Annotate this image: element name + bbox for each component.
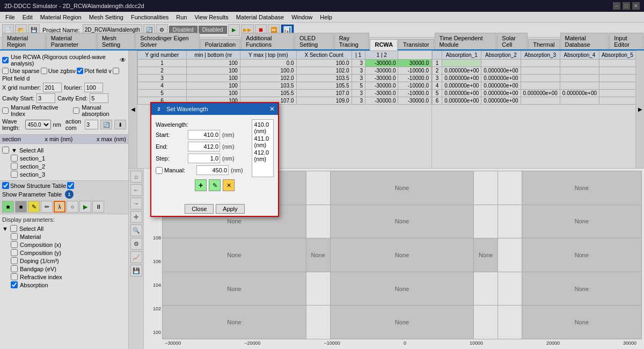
step-input[interactable] <box>188 154 220 163</box>
manual-label: Manual: <box>164 167 196 173</box>
modal-body: Wavelength: Start: (nm) End: (nm) Step: <box>151 115 278 198</box>
start-label: Start: <box>156 132 188 138</box>
step-label: Step: <box>156 155 188 162</box>
modal-badge: 2 <box>155 105 163 113</box>
modal-section: Wavelength: Start: (nm) End: (nm) Step: <box>156 119 274 177</box>
start-row: Start: (nm) <box>156 130 243 140</box>
modal-footer: Close Apply <box>151 202 278 216</box>
end-input[interactable] <box>188 142 220 151</box>
list-item-411[interactable]: 411.0 (nm) <box>253 135 272 149</box>
list-item-412[interactable]: 412.0 (nm) <box>253 149 272 163</box>
manual-unit: (nm) <box>231 167 243 173</box>
end-unit: (nm) <box>222 143 235 150</box>
set-wavelength-modal: 2 Set Wavelength ✕ Wavelength: Start: (n… <box>150 102 279 217</box>
modal-close-x-btn[interactable]: ✕ <box>269 105 275 113</box>
end-label: End: <box>156 143 188 150</box>
step-row: Step: (nm) <box>156 154 243 163</box>
manual-input[interactable] <box>196 165 229 175</box>
modal-form: Wavelength: Start: (nm) End: (nm) Step: <box>156 119 243 177</box>
wavelength-header-label: Wavelength: <box>156 121 188 128</box>
modal-close-btn[interactable]: Close <box>185 204 214 214</box>
modal-overlay: 2 Set Wavelength ✕ Wavelength: Start: (n… <box>0 0 644 349</box>
modal-delete-btn[interactable]: ✕ <box>223 179 235 191</box>
start-input[interactable] <box>188 130 220 140</box>
modal-apply-btn[interactable]: Apply <box>216 204 245 214</box>
start-unit: (nm) <box>222 132 235 138</box>
manual-checkbox[interactable] <box>156 167 163 174</box>
modal-add-btn[interactable]: + <box>195 179 207 191</box>
step-unit: (nm) <box>222 155 235 162</box>
modal-toolbar: + ✎ ✕ <box>156 179 274 191</box>
manual-row: Manual: (nm) <box>156 165 243 175</box>
modal-edit-btn[interactable]: ✎ <box>209 179 221 191</box>
modal-header: 2 Set Wavelength ✕ <box>151 103 278 115</box>
modal-title: Set Wavelength <box>166 106 208 112</box>
list-item-410[interactable]: 410.0 (nm) <box>253 121 272 135</box>
wavelength-list[interactable]: 410.0 (nm) 411.0 (nm) 412.0 (nm) <box>252 119 274 177</box>
wavelength-header-row: Wavelength: <box>156 121 243 128</box>
end-row: End: (nm) <box>156 142 243 151</box>
